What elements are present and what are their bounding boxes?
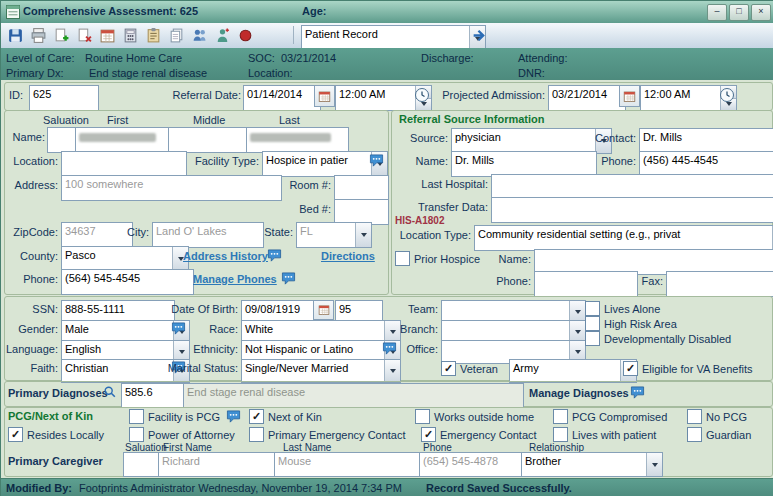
add-icon[interactable]: [51, 25, 72, 46]
checkbox-box[interactable]: [129, 409, 144, 424]
checkbox-box[interactable]: [249, 427, 264, 442]
guardian-checkbox[interactable]: Guardian: [687, 427, 751, 442]
primary-emergency-contact-checkbox[interactable]: Primary Emergency Contact: [249, 427, 406, 442]
first-name-field[interactable]: [75, 127, 173, 153]
address-history-help-icon[interactable]: [267, 248, 282, 263]
address-field[interactable]: 100 somewhere: [61, 175, 282, 201]
address-history-link[interactable]: Address History: [183, 250, 268, 262]
calendar-icon[interactable]: [97, 25, 118, 46]
chevron-down-icon[interactable]: [646, 453, 662, 476]
veteran-branch-combo[interactable]: Army: [509, 359, 637, 383]
record-icon[interactable]: [235, 25, 256, 46]
prior-fax-field[interactable]: [666, 271, 773, 297]
search-icon[interactable]: [102, 384, 118, 400]
checkbox-box[interactable]: [585, 316, 600, 331]
pcg-compromised-checkbox[interactable]: PCG Compromised: [553, 409, 667, 424]
developmentally-disabled-checkbox[interactable]: Developmentally Disabled: [585, 331, 731, 346]
projected-admission-clock-button[interactable]: [717, 85, 737, 105]
no-pcg-checkbox[interactable]: No PCG: [687, 409, 747, 424]
checkbox-box[interactable]: [553, 427, 568, 442]
checkbox-box[interactable]: [129, 427, 144, 442]
caregiver-first-name-field[interactable]: Richard: [158, 452, 279, 477]
id-field[interactable]: 625: [29, 85, 99, 111]
facility-type-help-icon[interactable]: [369, 153, 384, 168]
users-icon[interactable]: [189, 25, 210, 46]
facility-is-pcg-help-icon[interactable]: [226, 409, 241, 424]
save-icon[interactable]: [5, 25, 26, 46]
referral-date-calendar-button[interactable]: [314, 85, 335, 107]
calculator-icon[interactable]: [120, 25, 141, 46]
ethnicity-label: Ethnicity:: [159, 343, 238, 355]
checkbox-box[interactable]: [441, 361, 456, 376]
lives-alone-checkbox[interactable]: Lives Alone: [585, 301, 660, 316]
checkbox-box[interactable]: [623, 361, 638, 376]
manage-phones-link[interactable]: Manage Phones: [193, 273, 277, 285]
chevron-down-icon[interactable]: [355, 223, 371, 247]
caregiver-phone-field[interactable]: (654) 545-4878: [419, 452, 526, 477]
checkbox-box[interactable]: [585, 301, 600, 316]
checkbox-box[interactable]: [249, 409, 264, 424]
checkbox-box[interactable]: [687, 427, 702, 442]
prior-phone-field[interactable]: [534, 271, 638, 297]
phone-field[interactable]: (564) 545-4545: [61, 269, 194, 295]
projected-admission-date-field[interactable]: 03/21/2014: [548, 85, 626, 111]
checkbox-box[interactable]: [415, 409, 430, 424]
emergency-contact-checkbox[interactable]: Emergency Contact: [421, 427, 537, 442]
checkbox-box[interactable]: [395, 251, 410, 266]
diagnosis-code-field[interactable]: 585.6: [121, 383, 187, 408]
go-icon[interactable]: [469, 25, 490, 46]
manage-diagnoses-link[interactable]: Manage Diagnoses: [529, 387, 629, 399]
location-field[interactable]: [61, 151, 187, 177]
referral-time-value: 12:00 AM: [339, 88, 385, 100]
facility-is-pcg-checkbox[interactable]: Facility is PCG: [129, 409, 220, 424]
high-risk-checkbox[interactable]: High Risk Area: [585, 316, 677, 331]
location-type-combo[interactable]: Community residential setting (e.g., pri…: [474, 225, 773, 251]
checkbox-box[interactable]: [553, 409, 568, 424]
marital-status-combo[interactable]: Single/Never Married: [241, 359, 401, 383]
referral-time-clock-button[interactable]: [412, 85, 432, 105]
referral-date-field[interactable]: 01/14/2014: [243, 85, 321, 111]
dob-calendar-button[interactable]: [313, 300, 334, 320]
documents-icon[interactable]: [166, 25, 187, 46]
chevron-down-icon[interactable]: [384, 360, 400, 382]
room-label: Room #:: [273, 179, 331, 191]
caregiver-last-name-field[interactable]: Mouse: [274, 452, 424, 477]
lives-with-patient-checkbox[interactable]: Lives with patient: [553, 427, 656, 442]
checkbox-box[interactable]: [421, 427, 436, 442]
checkbox-box[interactable]: [8, 427, 23, 442]
room-field[interactable]: [334, 175, 389, 201]
referral-source-title: Referral Source Information: [399, 113, 544, 125]
state-label: State:: [259, 226, 293, 238]
checkbox-box[interactable]: [687, 409, 702, 424]
state-combo[interactable]: FL: [296, 222, 372, 248]
maximize-button[interactable]: □: [729, 4, 749, 21]
minimize-button[interactable]: –: [707, 4, 727, 21]
transfer-data-field[interactable]: [491, 197, 773, 223]
print-icon[interactable]: [28, 25, 49, 46]
manage-diagnoses-help-icon[interactable]: [630, 385, 645, 400]
referral-date-label: Referral Date:: [167, 89, 241, 101]
delete-icon[interactable]: [74, 25, 95, 46]
middle-name-field[interactable]: [168, 127, 251, 153]
next-of-kin-checkbox[interactable]: Next of Kin: [249, 409, 322, 424]
directions-link[interactable]: Directions: [321, 250, 375, 262]
prior-hospice-checkbox[interactable]: Prior Hospice: [395, 251, 480, 266]
clipboard-icon[interactable]: [143, 25, 164, 46]
emergency-contact-label: Emergency Contact: [440, 429, 537, 441]
clinician-icon[interactable]: [212, 25, 233, 46]
caregiver-relationship-combo[interactable]: Brother: [521, 452, 663, 477]
caregiver-salutation-field[interactable]: [123, 452, 163, 477]
resides-locally-checkbox[interactable]: Resides Locally: [8, 427, 104, 442]
checkbox-box[interactable]: [585, 331, 600, 346]
veteran-checkbox[interactable]: Veteran: [441, 361, 498, 376]
projected-admission-calendar-button[interactable]: [619, 85, 640, 107]
close-button[interactable]: ×: [751, 4, 771, 21]
dnr-label: DNR:: [518, 67, 545, 79]
contact-label: Contact:: [587, 132, 636, 144]
last-name-field[interactable]: [246, 127, 349, 153]
manage-phones-help-icon[interactable]: [281, 271, 296, 286]
works-outside-home-checkbox[interactable]: Works outside home: [415, 409, 534, 424]
power-of-attorney-checkbox[interactable]: Power of Attorney: [129, 427, 235, 442]
city-field[interactable]: Land O' Lakes: [152, 222, 264, 248]
va-benefits-checkbox[interactable]: Eligible for VA Benefits: [623, 361, 752, 376]
